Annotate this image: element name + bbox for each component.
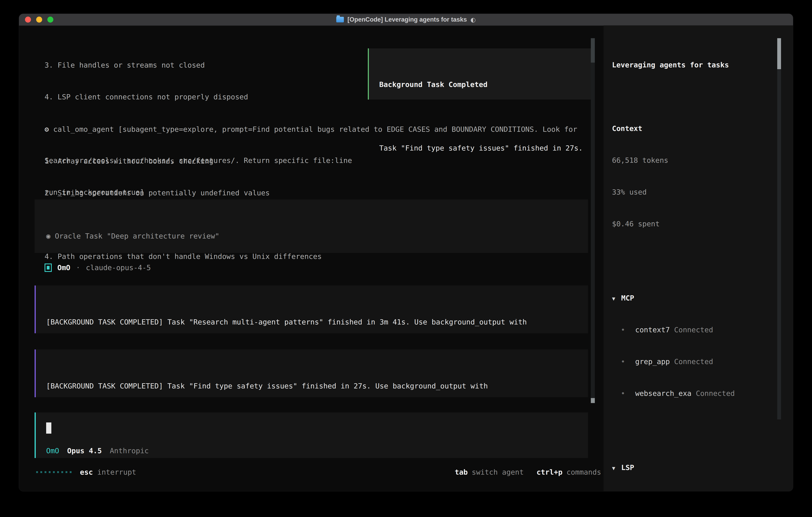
toast-title: Background Task Completed [379,79,592,90]
agent-name: OmO [57,262,70,273]
sidebar-scrollbar-track[interactable] [777,69,781,419]
oracle-task-box: ◉ Oracle Task "Deep architecture review"… [35,199,588,253]
circle-dot-icon: ◉ [46,232,51,240]
ctrlp-key: ctrl+p [536,467,562,478]
background-task-message: [BACKGROUND TASK COMPLETED] Task "Find t… [35,350,588,397]
context-tokens: 66,518 tokens [612,155,772,166]
mcp-item-name: grep_app [635,357,670,366]
traffic-lights [25,17,53,23]
oracle-title-row: ◉ Oracle Task "Deep architecture review" [46,231,588,241]
prompt-input[interactable]: OmO Opus 4.5 Anthropic [35,412,588,458]
agent-square-icon [45,264,52,272]
lsp-section-header[interactable]: ▼LSP [612,462,772,473]
main-scrollbar-thumb[interactable] [591,38,595,62]
bullet-icon: • [612,356,635,367]
close-window-button[interactable] [25,17,31,23]
gear-icon: ⚙ [45,125,49,133]
mcp-item-status: Connected [674,357,713,366]
input-agent-name: OmO [46,445,59,456]
zoom-window-button[interactable] [47,17,53,23]
agent-model: claude-opus-4-5 [86,262,151,273]
ctrlp-label: commands [567,467,601,478]
model-row: OmO Opus 4.5 Anthropic [46,445,149,456]
esc-hint: esc interrupt [80,467,136,478]
bullet-icon: • [612,388,635,399]
main-scrollbar-track[interactable] [591,38,595,403]
session-title: Leveraging agents for tasks [612,60,772,70]
titlebar: [OpenCode] Leveraging agents for tasks ◐ [19,14,793,26]
mcp-heading: MCP [621,294,634,302]
task-message-line: [BACKGROUND TASK COMPLETED] Task "Resear… [46,317,588,327]
mcp-item-status: Connected [674,326,713,334]
mcp-item-status: Connected [696,389,735,398]
lsp-heading: LSP [621,463,634,472]
toast-body: Task "Find type safety issues" finished … [379,143,592,153]
agent-header: OmO · claude-opus-4-5 [45,262,151,273]
oracle-title: Oracle Task "Deep architecture review" [55,232,220,240]
mcp-item-name: websearch_exa [635,389,692,398]
folder-icon [336,17,344,22]
scrollback-line: 4. LSP client connections not properly d… [45,91,352,102]
mcp-item: •context7 Connected [612,324,772,335]
mcp-item: •grep_app Connected [612,356,772,367]
tab-key: tab [455,467,468,478]
window-title-group: [OpenCode] Leveraging agents for tasks ◐ [336,16,476,23]
statusbar-right: tab switch agent ctrl+p commands [455,467,601,478]
tool-call-item: 2. String operations on potentially unde… [45,188,577,198]
bullet-icon: • [612,324,635,335]
terminal-window: [OpenCode] Leveraging agents for tasks ◐… [19,13,793,491]
minimize-window-button[interactable] [36,17,42,23]
task-message-line: [BACKGROUND TASK COMPLETED] Task "Find t… [46,381,588,391]
esc-key: esc [80,468,93,476]
background-task-toast: Background Task Completed Task "Find typ… [368,48,593,100]
sidebar: Leveraging agents for tasks Context 66,5… [604,25,793,491]
statusbar-left: esc interrupt [36,467,136,478]
blank-line [379,111,592,121]
main-scrollbar-end-thumb[interactable] [591,398,595,403]
half-circle-icon: ◐ [470,16,476,23]
context-used: 33% used [612,187,772,197]
chevron-down-icon: ▼ [612,293,621,304]
chevron-down-icon: ▼ [612,463,621,473]
separator-dot: · [76,262,80,273]
mcp-section-header[interactable]: ▼MCP [612,293,772,303]
mcp-item-name: context7 [635,326,670,334]
tab-label: switch agent [472,467,524,478]
context-heading: Context [612,123,772,134]
context-spent: $0.46 spent [612,219,772,229]
esc-label: interrupt [97,468,136,476]
sidebar-content: Leveraging agents for tasks Context 66,5… [612,38,772,491]
text-cursor [46,423,51,434]
window-title: [OpenCode] Leveraging agents for tasks [347,16,467,23]
background-task-message: [BACKGROUND TASK COMPLETED] Task "Resear… [35,285,588,333]
mcp-item: •websearch_exa Connected [612,388,772,399]
spinner-dots-icon [36,471,71,473]
scrollback-line: 3. File handles or streams not closed [45,60,352,71]
sidebar-scrollbar-thumb[interactable] [777,38,781,69]
input-provider: Anthropic [110,445,149,456]
input-model-name: Opus 4.5 [67,445,102,456]
